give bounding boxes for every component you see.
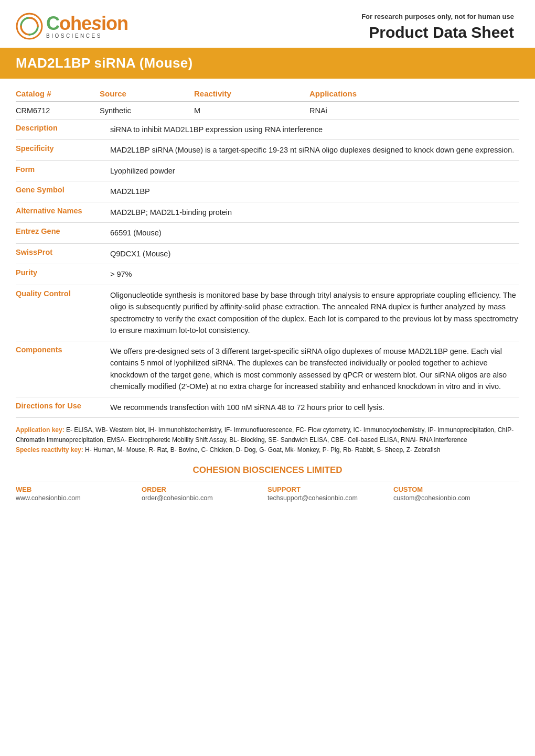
alternative-names-section: Alternative Names MAD2LBP; MAD2L1-bindin…	[16, 202, 519, 223]
footer-web-col: WEB www.cohesionbio.com	[16, 485, 142, 502]
components-section: Components We offers pre-designed sets o…	[16, 341, 519, 397]
footer-support-value: techsupport@cohesionbio.com	[268, 494, 393, 502]
applications-col-label: Applications	[309, 89, 519, 98]
description-section: Description siRNA to inhibit MAD2L1BP ex…	[16, 120, 519, 140]
catalog-col-label: Catalog #	[16, 89, 100, 98]
main-content: Catalog # Source Reactivity Applications…	[0, 84, 535, 512]
gene-symbol-value: MAD2L1BP	[110, 186, 519, 197]
research-note: For research purposes only, not for huma…	[361, 13, 514, 20]
footer-links: WEB www.cohesionbio.com ORDER order@cohe…	[16, 481, 519, 502]
quality-control-section: Quality Control Oligonucleotide synthesi…	[16, 285, 519, 341]
specificity-label: Specificity	[16, 144, 110, 156]
product-title: MAD2L1BP siRNA (Mouse)	[16, 55, 519, 71]
footer-custom-label: CUSTOM	[393, 485, 519, 493]
footer-web-value: www.cohesionbio.com	[16, 494, 142, 502]
directions-value: We recommends transfection with 100 nM s…	[110, 402, 519, 413]
reactivity-value: M	[194, 106, 309, 115]
header-right: For research purposes only, not for huma…	[361, 13, 514, 41]
footer-title: COHESION BIOSCIENCES LIMITED	[16, 465, 519, 476]
alternative-names-value: MAD2LBP; MAD2L1-binding protein	[110, 207, 519, 218]
catalog-value: CRM6712	[16, 106, 100, 115]
quality-control-label: Quality Control	[16, 289, 110, 337]
description-label: Description	[16, 124, 110, 135]
gene-symbol-section: Gene Symbol MAD2L1BP	[16, 181, 519, 202]
footer-custom-value: custom@cohesionbio.com	[393, 494, 519, 502]
footer-web-label: WEB	[16, 485, 142, 493]
page-header: Cohesion BIOSCIENCES For research purpos…	[0, 0, 535, 48]
footer-support-col: SUPPORT techsupport@cohesionbio.com	[268, 485, 393, 502]
form-label: Form	[16, 165, 110, 177]
purity-value: > 97%	[110, 268, 519, 280]
gene-symbol-label: Gene Symbol	[16, 186, 110, 197]
application-key-text: E- ELISA, WB- Western blot, IH- Immunohi…	[16, 426, 513, 444]
entrez-gene-section: Entrez Gene 66591 (Mouse)	[16, 223, 519, 243]
source-value: Synthetic	[100, 106, 194, 115]
directions-label: Directions for Use	[16, 402, 110, 413]
application-key: Application key: E- ELISA, WB- Western b…	[16, 425, 519, 456]
quality-control-value: Oligonucleotide synthesis is monitored b…	[110, 289, 519, 337]
product-title-banner: MAD2L1BP siRNA (Mouse)	[0, 48, 535, 79]
footer-order-label: ORDER	[142, 485, 268, 493]
applications-value: RNAi	[309, 106, 519, 115]
specificity-section: Specificity MAD2L1BP siRNA (Mouse) is a …	[16, 140, 519, 160]
components-value: We offers pre-designed sets of 3 differe…	[110, 345, 519, 393]
alternative-names-label: Alternative Names	[16, 207, 110, 218]
entrez-gene-label: Entrez Gene	[16, 227, 110, 239]
description-value: siRNA to inhibit MAD2L1BP expression usi…	[110, 124, 519, 135]
sheet-title: Product Data Sheet	[361, 24, 514, 41]
form-value: Lyophilized powder	[110, 165, 519, 177]
purity-label: Purity	[16, 268, 110, 280]
swissprot-section: SwissProt Q9DCX1 (Mouse)	[16, 244, 519, 264]
entrez-gene-value: 66591 (Mouse)	[110, 227, 519, 239]
source-col-label: Source	[100, 89, 194, 98]
footer-custom-col: CUSTOM custom@cohesionbio.com	[393, 485, 519, 502]
footer-order-col: ORDER order@cohesionbio.com	[142, 485, 268, 502]
logo-text-block: Cohesion BIOSCIENCES	[46, 14, 128, 39]
directions-section: Directions for Use We recommends transfe…	[16, 397, 519, 418]
purity-section: Purity > 97%	[16, 264, 519, 285]
swissprot-value: Q9DCX1 (Mouse)	[110, 248, 519, 260]
application-key-label: Application key:	[16, 426, 65, 434]
logo-sub-text: BIOSCIENCES	[46, 33, 128, 39]
species-key-label: Species reactivity key:	[16, 446, 83, 453]
form-section: Form Lyophilized powder	[16, 161, 519, 181]
footer-order-value: order@cohesionbio.com	[142, 494, 268, 502]
logo: Cohesion BIOSCIENCES	[16, 13, 128, 40]
swissprot-label: SwissProt	[16, 248, 110, 260]
logo-icon	[16, 13, 43, 40]
table-header: Catalog # Source Reactivity Applications	[16, 84, 519, 102]
reactivity-col-label: Reactivity	[194, 89, 309, 98]
footer-support-label: SUPPORT	[268, 485, 393, 493]
specificity-value: MAD2L1BP siRNA (Mouse) is a target-speci…	[110, 144, 519, 156]
components-label: Components	[16, 345, 110, 393]
species-key-text: H- Human, M- Mouse, R- Rat, B- Bovine, C…	[85, 446, 440, 453]
logo-main-text: Cohesion	[46, 14, 128, 33]
product-data-row: CRM6712 Synthetic M RNAi	[16, 102, 519, 120]
